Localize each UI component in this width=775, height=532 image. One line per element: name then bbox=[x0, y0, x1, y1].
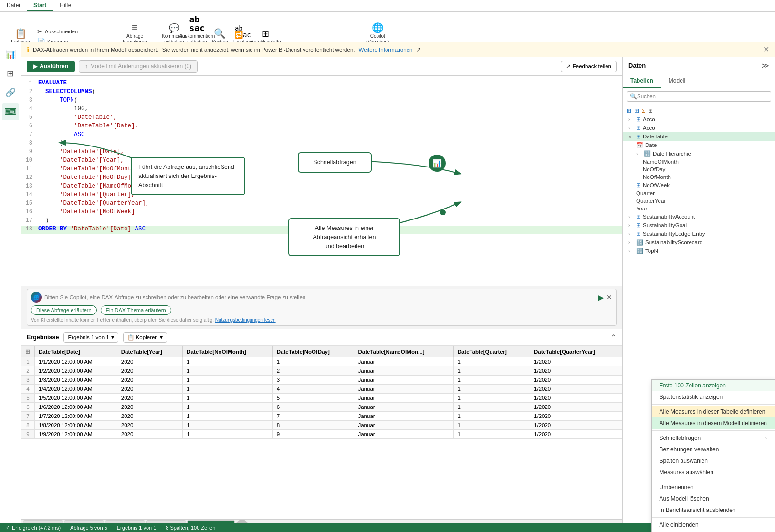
copilot-brand-icon: 🌐 bbox=[31, 292, 42, 303]
update-button[interactable]: ↑ Modell mit Änderungen aktualisieren (0… bbox=[79, 60, 198, 73]
context-menu: Erste 100 Zeilen anzeigen Spaltenstatist… bbox=[651, 379, 775, 532]
table-cell: 2020 bbox=[117, 394, 182, 403]
results-collapse-button[interactable]: ⌃ bbox=[610, 333, 617, 342]
tree-item-quarter[interactable]: Quarter bbox=[623, 189, 775, 197]
tree-item-topn[interactable]: › 🔢 TopN bbox=[623, 247, 775, 255]
sidebar-icon-data[interactable]: ⊞ bbox=[2, 65, 19, 82]
tree-item-acco1[interactable]: › ⊞ Acco bbox=[623, 115, 775, 124]
tree-item-quarteryear[interactable]: QuarterYear bbox=[623, 197, 775, 205]
table-cell: 1/9/2020 12:00:00 AM bbox=[35, 430, 117, 439]
ctx-beziehungen[interactable]: Beziehungen verwalten bbox=[652, 444, 775, 455]
copilot-explain-query-button[interactable]: Diese Abfrage erläutern bbox=[31, 305, 97, 315]
tree-item-nameofmonth[interactable]: NameOfMonth bbox=[623, 158, 775, 166]
status-cols-rows: 8 Spalten, 100 Zeilen bbox=[166, 525, 215, 531]
tree-item-noofday[interactable]: NoOfDay bbox=[623, 166, 775, 173]
ctx-spalten[interactable]: Spalten auswählen bbox=[652, 455, 775, 467]
tree-label-date: Date bbox=[645, 142, 657, 148]
ctx-measures[interactable]: Measures auswählen bbox=[652, 467, 775, 478]
run-button[interactable]: ▶ Ausführen bbox=[27, 61, 75, 72]
ctx-schnellabfragen[interactable]: Schnellabfragen › bbox=[652, 432, 775, 444]
table-cell: 1/2020 bbox=[530, 394, 622, 403]
sidebar-icon-dax[interactable]: ⌨ bbox=[2, 103, 19, 120]
copilot-send-button[interactable]: ▶ bbox=[598, 293, 604, 302]
results-label: Ergebnisse bbox=[27, 334, 59, 341]
table-cell: Januar bbox=[354, 376, 453, 385]
feedback-button[interactable]: ↗ Feedback teilen bbox=[561, 61, 617, 72]
ctx-sep-1 bbox=[652, 404, 775, 405]
table-cell: 2 bbox=[272, 366, 354, 376]
chevron-date-hier: › bbox=[636, 151, 642, 156]
ctx-define-measures-model[interactable]: Alle Measures in diesem Modell definiere… bbox=[652, 417, 775, 429]
table-cell: 1/7/2020 12:00:00 AM bbox=[35, 412, 117, 421]
ausschneiden-button[interactable]: ✂ Ausschneiden bbox=[35, 27, 80, 36]
tree-item-sustainability-ledger[interactable]: › ⊞ SustainabilityLedgerEntry bbox=[623, 229, 775, 238]
col-header-noofmonth[interactable]: DateTable[NoOfMonth] bbox=[183, 346, 273, 357]
copilot-input[interactable] bbox=[44, 294, 595, 300]
table-cell: 6 bbox=[272, 403, 354, 412]
ctx-first100[interactable]: Erste 100 Zeilen anzeigen bbox=[652, 380, 775, 391]
results-select[interactable]: Ergebnis 1 von 1 ▾ bbox=[63, 332, 118, 343]
copilot-close-button[interactable]: ✕ bbox=[607, 293, 612, 301]
table-cell: 1 bbox=[453, 430, 530, 439]
info-detail: Sie werden nicht angezeigt, wenn sie im … bbox=[162, 47, 355, 52]
results-table-container[interactable]: ⊞ DateTable[Date] DateTable[Year] DateTa… bbox=[21, 346, 622, 519]
results-copy-button[interactable]: 📋 Kopieren ▾ bbox=[123, 332, 167, 343]
ctx-aus-modell[interactable]: Aus Modell löschen bbox=[652, 493, 775, 504]
tree-item-datetable[interactable]: ∨ ⊞ DateTable bbox=[623, 132, 775, 141]
ctx-alle-einblenden[interactable]: Alle einblenden bbox=[652, 519, 775, 531]
ausschneiden-label: Ausschneiden bbox=[45, 29, 78, 34]
auskommentieren-button[interactable]: absac Auskommentiernaufheben bbox=[187, 14, 208, 46]
copilot-bar: 🌐 ▶ ✕ Diese Abfrage erläutern Ein DAX-Th… bbox=[27, 289, 617, 326]
update-label: Modell mit Änderungen aktualisieren (0) bbox=[90, 63, 191, 70]
tree-item-sustainability-scorecard[interactable]: › 🔢 SustainabilityScorecard bbox=[623, 238, 775, 247]
quick-query-icon[interactable]: 📊 bbox=[429, 155, 446, 172]
table-cell: 1/8/2020 12:00:00 AM bbox=[35, 421, 117, 430]
tree-item-date[interactable]: 📅 Date bbox=[623, 141, 775, 149]
tab-start[interactable]: Start bbox=[27, 0, 53, 11]
col-header-noofday[interactable]: DateTable[NoOfDay] bbox=[272, 346, 354, 357]
info-close-button[interactable]: ✕ bbox=[763, 45, 769, 54]
tree-item-sustainability-account[interactable]: › ⊞ SustainabilityAccount bbox=[623, 212, 775, 221]
right-tab-tables[interactable]: Tabellen bbox=[623, 74, 661, 88]
tree-item-date-hierarchie[interactable]: › 🔢 Date Hierarchie bbox=[623, 149, 775, 158]
info-icon: ℹ bbox=[27, 46, 29, 53]
col-header-quarteryear[interactable]: DateTable[QuarterYear] bbox=[530, 346, 622, 357]
copy-icon-sm: 📋 bbox=[127, 334, 134, 341]
right-panel: Daten ≫ Tabellen Modell 🔍 ⊞ ⊞ Σ ⊞ bbox=[622, 57, 775, 532]
ctx-ausblenden[interactable]: In Berichtsansicht ausblenden bbox=[652, 504, 775, 516]
ctx-column-stats[interactable]: Spaltenstatistik anzeigen bbox=[652, 391, 775, 403]
right-panel-actions: ≫ bbox=[761, 61, 769, 70]
tab-datei[interactable]: Datei bbox=[0, 0, 27, 11]
ctx-define-measures-table[interactable]: Alle Measures in dieser Tabelle definier… bbox=[652, 406, 775, 417]
chevron-sust-account: › bbox=[628, 214, 634, 219]
tree-item-sustainability-goal[interactable]: › ⊞ SustainabilityGoal bbox=[623, 221, 775, 229]
copilot-explain-dax-button[interactable]: Ein DAX-Thema erläutern bbox=[101, 305, 171, 315]
table-cell: 1 bbox=[453, 385, 530, 394]
tree-item-noofmonth[interactable]: NoOfMonth bbox=[623, 173, 775, 181]
tooltip-quick-queries-text: Schnellabfragen bbox=[313, 159, 356, 166]
sidebar-icon-model[interactable]: 🔗 bbox=[2, 84, 19, 101]
code-area[interactable]: 1 EVALUATE 2 SELECTCOLUMNS( 3 TOPN( 4 bbox=[21, 76, 622, 286]
info-link[interactable]: Weitere Informationen bbox=[359, 47, 413, 52]
col-header-quarter[interactable]: DateTable[Quarter] bbox=[453, 346, 530, 357]
col-header-nameofmonth[interactable]: DateTable[NameOfMon...] bbox=[354, 346, 453, 357]
measures-indicator bbox=[440, 209, 446, 215]
expand-panel-button[interactable]: ≫ bbox=[761, 61, 769, 70]
right-tab-model[interactable]: Modell bbox=[661, 74, 693, 88]
feedback-label: Feedback teilen bbox=[573, 63, 611, 69]
play-icon: ▶ bbox=[33, 63, 37, 70]
col-header-year[interactable]: DateTable[Year] bbox=[117, 346, 182, 357]
tree-item-year[interactable]: Year bbox=[623, 205, 775, 212]
tab-hilfe[interactable]: Hilfe bbox=[53, 0, 78, 11]
sidebar-icon-report[interactable]: 📊 bbox=[2, 46, 19, 63]
ribbon-group-edit: 💬 Kommentaraufheben absac Auskommentiern… bbox=[160, 14, 357, 46]
col-header-date[interactable]: DateTable[Date] bbox=[35, 346, 117, 357]
table-cell: 8 bbox=[272, 421, 354, 430]
table-icon-sust-goal: ⊞ bbox=[636, 222, 641, 229]
ctx-umbenennen[interactable]: Umbenennen bbox=[652, 481, 775, 493]
copilot-terms-link[interactable]: Nutzungsbedingungen lesen bbox=[215, 317, 276, 323]
chevron-sust-scorecard: › bbox=[628, 240, 634, 245]
tree-item-acco2[interactable]: › ⊞ Acco bbox=[623, 124, 775, 132]
tree-item-noofweek[interactable]: ⊞ NoOfWeek bbox=[623, 181, 775, 189]
search-input[interactable] bbox=[637, 94, 768, 99]
